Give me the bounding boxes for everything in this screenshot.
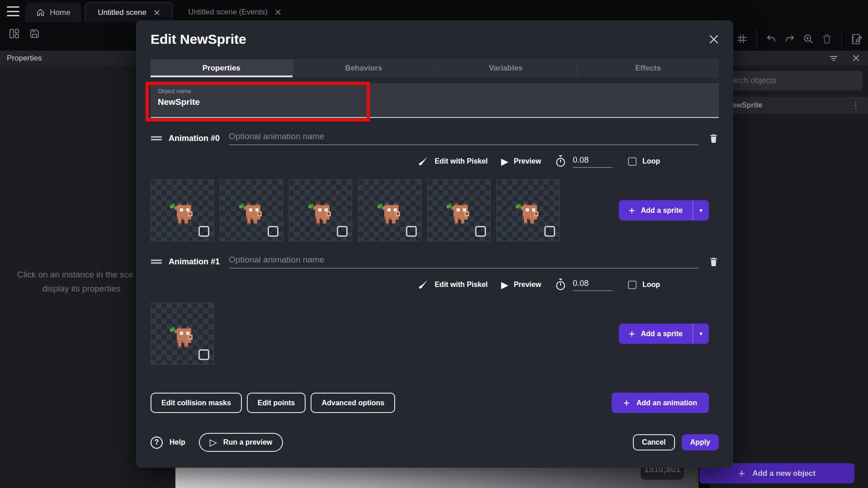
sprite-frame-thumbnail[interactable] (220, 179, 283, 241)
object-name-label: Object name (158, 88, 712, 94)
pig-sprite-image (239, 203, 264, 226)
close-tab-icon[interactable] (154, 9, 160, 16)
empty-message-line2: display its properties (17, 282, 146, 296)
sprite-frame-thumbnail[interactable] (496, 179, 560, 241)
tab-untitled-scene[interactable]: Untitled scene (85, 2, 173, 22)
object-list-item[interactable]: NewSprite ⋮ (710, 97, 868, 114)
tab-effects[interactable]: Effects (577, 59, 719, 77)
add-sprite-split-button: + Add a sprite ▾ (619, 200, 709, 221)
edit-with-piskel-label: Edit with Piskel (434, 157, 487, 165)
add-sprite-button[interactable]: + Add a sprite (619, 200, 693, 221)
objects-panel-header (710, 51, 868, 66)
tab-properties[interactable]: Properties (151, 59, 292, 77)
frame-select-checkbox[interactable] (406, 226, 417, 237)
delete-animation-icon[interactable] (708, 256, 719, 267)
sprite-frame-thumbnail[interactable] (151, 303, 214, 365)
redo-icon[interactable] (784, 33, 796, 45)
main-menu-icon[interactable] (7, 6, 19, 16)
edit-collision-masks-button[interactable]: Edit collision masks (151, 393, 242, 413)
object-name-input[interactable] (158, 97, 712, 107)
frames-list (151, 303, 214, 365)
object-menu-icon[interactable]: ⋮ (852, 100, 860, 110)
trash-icon[interactable] (821, 33, 833, 45)
frame-select-checkbox[interactable] (337, 226, 348, 237)
help-button[interactable]: ? Help (151, 436, 185, 449)
edit-scene-properties-icon[interactable] (850, 33, 863, 45)
frame-select-checkbox[interactable] (198, 226, 209, 237)
edit-with-piskel-label: Edit with Piskel (434, 281, 487, 289)
edit-sprite-dialog: Edit NewSprite Properties Behaviors Vari… (136, 20, 733, 468)
play-icon: ▶ (501, 280, 508, 290)
animation-name-input[interactable] (229, 131, 698, 145)
edit-points-button[interactable]: Edit points (247, 393, 306, 413)
animation-name-input[interactable] (229, 255, 698, 268)
apply-button[interactable]: Apply (682, 434, 719, 450)
delete-animation-icon[interactable] (708, 133, 719, 144)
pig-sprite-image (170, 203, 194, 226)
preview-button[interactable]: ▶ Preview (501, 280, 541, 290)
save-icon[interactable] (29, 28, 40, 39)
play-outline-icon: ▷ (210, 437, 217, 448)
close-panel-icon[interactable] (852, 54, 860, 62)
search-objects-input[interactable] (715, 76, 863, 85)
edit-with-piskel-button[interactable]: Edit with Piskel (417, 279, 487, 291)
tab-variables[interactable]: Variables (434, 59, 577, 77)
sprite-frame-thumbnail[interactable] (358, 179, 421, 241)
drag-handle-icon[interactable] (151, 258, 162, 265)
tab-behaviors[interactable]: Behaviors (292, 59, 435, 77)
add-animation-button[interactable]: + Add an animation (612, 393, 709, 413)
advanced-options-button[interactable]: Advanced options (311, 393, 395, 413)
animation-section-1: Animation #1 Edit with Piskel ▶ Preview (151, 255, 719, 365)
add-sprite-dropdown-button[interactable]: ▾ (693, 200, 709, 221)
frame-select-checkbox[interactable] (544, 226, 555, 237)
cancel-button[interactable]: Cancel (633, 434, 675, 450)
add-sprite-dropdown-button[interactable]: ▾ (693, 324, 709, 344)
stopwatch-icon (555, 278, 566, 291)
sprite-frame-thumbnail[interactable] (427, 179, 491, 241)
drag-handle-icon[interactable] (151, 135, 162, 141)
toolbar-divider (756, 29, 757, 49)
frame-select-checkbox[interactable] (198, 349, 209, 360)
zoom-icon[interactable] (802, 33, 814, 45)
loop-checkbox[interactable] (628, 281, 637, 289)
close-tab-icon[interactable] (275, 9, 281, 15)
sprite-frame-thumbnail[interactable] (289, 179, 352, 241)
loop-label: Loop (642, 157, 660, 165)
tab-home[interactable]: Home (25, 3, 81, 22)
close-dialog-icon[interactable] (709, 34, 719, 44)
undo-icon[interactable] (765, 33, 777, 45)
left-toolbar (9, 28, 40, 39)
time-between-frames-field[interactable] (573, 279, 613, 291)
frame-select-checkbox[interactable] (475, 226, 486, 237)
dialog-secondary-actions: Edit collision masks Edit points Advance… (151, 393, 719, 413)
gdevelop-app-window: Home Untitled scene Untitled scene (Even… (0, 0, 868, 488)
add-new-object-label: Add a new object (752, 469, 816, 478)
dialog-footer: ? Help ▷ Run a preview Cancel Apply (151, 433, 719, 452)
stopwatch-icon (555, 155, 566, 168)
frame-select-checkbox[interactable] (268, 226, 278, 237)
plus-icon: + (629, 328, 635, 339)
edit-with-piskel-button[interactable]: Edit with Piskel (417, 156, 487, 167)
add-sprite-label: Add a sprite (641, 206, 683, 215)
tab-untitled-scene-events[interactable]: Untitled scene (Events) (175, 2, 294, 22)
sprite-frame-thumbnail[interactable] (151, 179, 214, 241)
loop-checkbox[interactable] (628, 157, 637, 166)
panels-layout-icon[interactable] (9, 28, 20, 39)
grid-icon[interactable] (736, 33, 748, 45)
run-a-preview-button[interactable]: ▷ Run a preview (199, 433, 283, 452)
time-between-frames-input[interactable] (573, 155, 613, 167)
animation-name-field[interactable] (229, 255, 698, 268)
animation-name-field[interactable] (229, 131, 698, 145)
objects-panel: NewSprite ⋮ (710, 66, 868, 488)
objects-search-box[interactable] (715, 71, 863, 90)
filter-icon[interactable] (829, 53, 839, 63)
properties-empty-message: Click on an instance in the sce display … (17, 267, 146, 296)
preview-button[interactable]: ▶ Preview (501, 156, 541, 167)
object-name-field[interactable]: Object name (151, 83, 719, 118)
time-between-frames-input[interactable] (573, 279, 613, 291)
scene-canvas[interactable] (175, 468, 698, 488)
add-sprite-button[interactable]: + Add a sprite (619, 324, 693, 344)
tab-home-label: Home (50, 8, 70, 17)
animation-label: Animation #0 (169, 134, 220, 143)
time-between-frames-field[interactable] (573, 155, 613, 168)
